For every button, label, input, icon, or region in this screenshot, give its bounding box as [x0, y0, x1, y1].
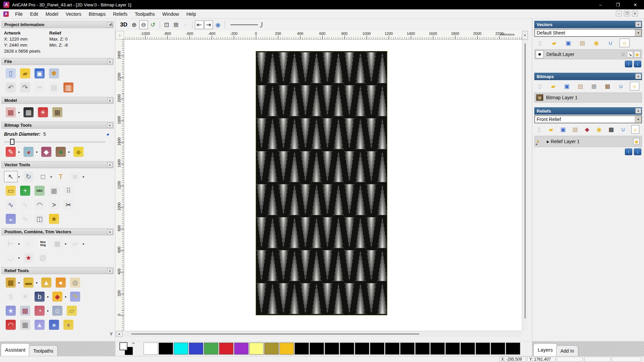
snap-layer-icon[interactable]: ↘ — [627, 51, 633, 58]
trim-vectors-icon[interactable]: ✂ — [62, 199, 75, 210]
mdi-restore-button[interactable]: ❐ — [624, 11, 630, 16]
vertical-scrollbar-thumb[interactable] — [525, 44, 526, 318]
palette-swatch-12[interactable] — [325, 343, 339, 355]
link-colours-icon[interactable]: ∞ — [132, 341, 135, 345]
brush-slider-handle[interactable] — [10, 139, 14, 145]
star-wizard-icon[interactable]: ★ — [4, 305, 17, 316]
paste-along-curve-icon[interactable]: ⠿ — [62, 185, 75, 196]
palette-swatch-23[interactable] — [491, 343, 505, 355]
mdi-minimize-button[interactable]: – — [616, 11, 622, 16]
offset-vectors-flyout-icon[interactable]: ▸ — [83, 175, 86, 178]
toggle-vector-visibility-icon[interactable]: ◉ — [591, 39, 601, 47]
relief-dropdown[interactable]: Front Relief ▼ — [534, 115, 642, 123]
menu-item-edit[interactable]: Edit — [26, 9, 42, 19]
delete-relief-layer-icon[interactable]: ∪ — [619, 125, 627, 134]
weave-basket-icon[interactable]: ▦ — [18, 319, 32, 330]
paste-icon[interactable]: ▥ — [62, 82, 75, 93]
zoom-objects-button[interactable]: ⊡ — [162, 20, 171, 29]
toggle-assistant-panel-button[interactable]: ⇤ — [195, 20, 204, 29]
transfer-relief-layer-icon[interactable]: ◆ — [583, 125, 591, 134]
collapse-section-button[interactable]: ▲ — [107, 268, 113, 273]
flood-fill-vector-icon[interactable]: ◆ — [72, 146, 85, 158]
view-3d-button[interactable]: 3D — [118, 21, 129, 29]
mirror-vectors-icon[interactable]: ◫ — [33, 213, 46, 225]
move-relief-up-button[interactable]: ↑ — [625, 148, 632, 155]
smooth-relief-icon[interactable]: ▲ — [40, 277, 53, 288]
new-model-icon[interactable]: ▯ — [4, 68, 17, 79]
palette-swatch-21[interactable] — [461, 343, 475, 355]
relief-layer-expander-icon[interactable]: ▶ — [547, 140, 549, 143]
shape-editor-icon[interactable]: ◆ — [51, 291, 64, 302]
merge-relief-layers-icon[interactable]: ▤ — [571, 125, 579, 134]
palette-tool-flyout-icon[interactable]: ▸ — [68, 150, 71, 154]
new-vector-layer-icon[interactable]: ▯ — [535, 39, 545, 47]
add-plane-flyout-icon[interactable]: ▸ — [36, 281, 39, 284]
menu-item-model[interactable]: Model — [42, 9, 62, 19]
open-bitmap-file-icon[interactable]: ▰ — [548, 82, 558, 90]
merge-highest-icon[interactable]: ● — [54, 277, 67, 288]
relief-pattern-image[interactable] — [256, 51, 387, 315]
primary-secondary-colour-chip[interactable]: ∞ — [119, 342, 136, 356]
brush-diamond-icon[interactable]: ◆ — [106, 132, 109, 136]
collapse-bitmaps-button[interactable]: ▲ — [635, 73, 641, 79]
palette-swatch-1[interactable] — [159, 343, 173, 355]
paint-tool-icon[interactable]: ✎ — [4, 146, 17, 158]
palette-swatch-3[interactable] — [189, 343, 203, 355]
wrap-relief-icon[interactable]: ↷ — [68, 291, 82, 302]
slice-relief-icon[interactable]: ◔ — [33, 305, 46, 316]
free-sketch-icon[interactable]: ∿ — [18, 199, 32, 210]
vector-layer-colour-swatch[interactable]: ● — [536, 50, 544, 58]
palette-swatch-14[interactable] — [355, 343, 369, 355]
weld-vectors-flyout-icon[interactable]: ▸ — [83, 242, 86, 245]
set-model-size-flyout-icon[interactable]: ▸ — [18, 111, 21, 114]
palette-swatch-2[interactable] — [174, 343, 188, 355]
node-editing-icon[interactable]: ∿ — [4, 199, 17, 210]
block-copy-rotate-icon[interactable]: ▦ — [51, 238, 64, 249]
collapse-section-button[interactable]: ▲ — [107, 123, 113, 128]
save-relief-layer-icon[interactable]: ▣ — [559, 125, 567, 134]
palette-swatch-11[interactable] — [310, 343, 324, 355]
select-vectors-icon[interactable]: ↖ — [4, 171, 17, 182]
redo-icon[interactable]: ↷ — [18, 82, 32, 93]
merge-lowest-icon[interactable]: ◍ — [68, 277, 82, 288]
add-plane-icon[interactable]: ▬ — [22, 277, 35, 288]
panel-scroll-up-icon[interactable]: ∧ — [109, 21, 113, 27]
open-model-icon[interactable]: ▰ — [18, 68, 32, 79]
menu-item-reliefs[interactable]: Reliefs — [109, 9, 131, 19]
block-copy-rotate-flyout-icon[interactable]: ▸ — [65, 242, 68, 245]
save-model-icon[interactable]: ▣ — [33, 68, 46, 79]
create-polyline-cross-icon[interactable]: + — [18, 185, 32, 196]
move-relief-down-button[interactable]: ↓ — [634, 148, 641, 155]
weave-wizard-icon[interactable]: ✳ — [18, 291, 32, 302]
menu-item-toolpaths[interactable]: Toolpaths — [131, 9, 159, 19]
palette-swatch-6[interactable] — [234, 343, 249, 355]
fade-slider-handle[interactable] — [260, 22, 262, 27]
emboss-wizard-icon[interactable]: b — [33, 291, 46, 302]
toggle-layers-panel-button[interactable]: ⇥ — [204, 20, 213, 29]
text-on-curve-icon[interactable]: ◌ — [22, 238, 35, 249]
menu-item-help[interactable]: Help — [183, 9, 200, 19]
bitmap-layer-row[interactable]: ▩ Bitmap Layer 1 — [534, 93, 642, 103]
palette-swatch-20[interactable] — [445, 343, 460, 355]
brush-diameter-slider[interactable] — [4, 139, 111, 145]
minimize-button[interactable]: – — [592, 0, 609, 9]
relief-dropdown-arrow-icon[interactable]: ▼ — [635, 116, 641, 123]
lighting-and-material-icon[interactable]: ☀ — [36, 107, 50, 118]
delete-bitmap-layer-icon[interactable]: ∪ — [616, 82, 626, 90]
undo-icon[interactable]: ↶ — [4, 82, 17, 93]
create-polyline-icon[interactable]: > — [47, 199, 61, 210]
open-relief-file-icon[interactable]: ▰ — [547, 125, 555, 134]
calculate-relief-flyout-icon[interactable]: ▸ — [18, 281, 21, 284]
save-bitmap-layer-icon[interactable]: ▣ — [562, 82, 572, 90]
join-vectors-icon[interactable]: ◡ — [4, 252, 17, 263]
palette-swatch-8[interactable] — [264, 343, 279, 355]
zoom-selection-button[interactable]: ◌ — [181, 20, 190, 29]
cut-icon[interactable]: ✂ — [33, 82, 46, 93]
create-rectangle-flyout-icon[interactable]: ▸ — [51, 175, 53, 178]
dome-tool-icon[interactable]: ◠ — [4, 319, 17, 330]
palette-swatch-0[interactable] — [144, 343, 158, 355]
tab-assistant[interactable]: Assistant — [1, 343, 30, 356]
envelope-distortion-icon[interactable]: ▦ — [47, 185, 61, 196]
offset-relief-icon[interactable]: ▱ — [65, 305, 78, 316]
join-vectors-flyout-icon[interactable]: ▸ — [18, 256, 21, 259]
